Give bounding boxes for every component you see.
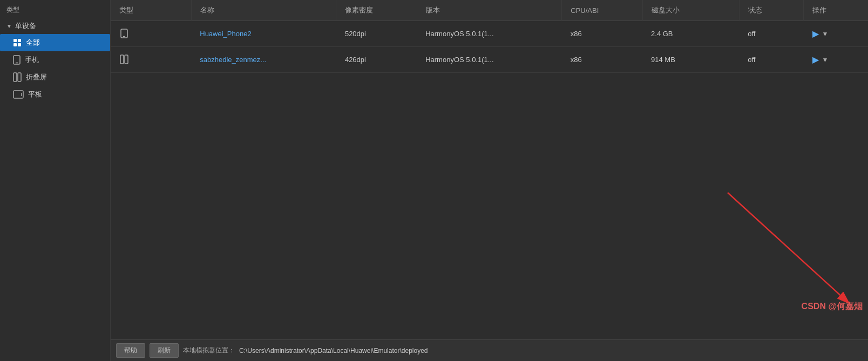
row2-play-button[interactable]: ▶ [812,55,819,65]
svg-rect-0 [13,39,17,42]
sidebar-item-foldable[interactable]: 折叠屏 [0,69,110,86]
sidebar: 类型 ▼ 单设备 全部 [0,0,111,361]
svg-line-15 [728,193,849,303]
svg-rect-2 [13,43,17,46]
sidebar-group-single-device[interactable]: ▼ 单设备 [0,18,110,34]
row2-cpu-cell: x86 [562,47,642,73]
red-arrow-annotation [706,176,868,317]
row1-play-button[interactable]: ▶ [812,29,819,39]
row2-dpi-cell: 426dpi [336,47,417,73]
svg-rect-12 [120,55,124,64]
refresh-button[interactable]: 刷新 [150,343,179,358]
grid-icon [13,38,22,47]
row1-action-cell: ▶ ▼ [804,21,868,47]
row1-name-cell[interactable]: Huawei_Phone2 [191,21,336,47]
row1-cpu-cell: x86 [562,21,642,47]
svg-rect-13 [125,55,128,64]
row1-action-buttons: ▶ ▼ [812,29,859,39]
sidebar-item-foldable-label: 折叠屏 [26,72,47,82]
col-status: 状态 [739,0,803,21]
content-area: 类型 名称 像素密度 版本 CPU/ABI 磁盘大小 状态 操作 [111,0,868,361]
row2-version-cell: HarmonyOS 5.0.1(1... [417,47,562,73]
sidebar-item-all[interactable]: 全部 [0,34,110,51]
phone-icon [13,55,21,65]
content-wrapper: 类型 名称 像素密度 版本 CPU/ABI 磁盘大小 状态 操作 [111,0,868,339]
col-dpi: 像素密度 [336,0,417,21]
row1-type-cell [111,21,191,47]
row2-type-cell [111,47,191,73]
foldable-icon [13,72,22,82]
col-name: 名称 [191,0,336,21]
sidebar-section-title: 类型 [0,0,110,18]
row1-disk-cell: 2.4 GB [642,21,739,47]
bottom-bar: 帮助 刷新 本地模拟器位置： C:\Users\Administrator\Ap… [111,339,868,361]
row1-dpi-cell: 520dpi [336,21,417,47]
col-action: 操作 [804,0,868,21]
help-button[interactable]: 帮助 [116,343,145,358]
row2-name-cell[interactable]: sabzhedie_zenmez... [191,47,336,73]
group-label: 单设备 [15,21,36,31]
path-label: 本地模拟器位置： [183,346,235,355]
svg-rect-1 [18,39,21,42]
sidebar-item-all-label: 全部 [26,38,40,47]
row1-dropdown-button[interactable]: ▼ [822,30,829,38]
row2-action-cell: ▶ ▼ [804,47,868,73]
svg-rect-6 [13,73,17,81]
group-arrow-icon: ▼ [6,23,12,29]
watermark-highlight: @何嘉烟 [828,302,863,311]
row2-type-icon [119,53,129,65]
col-version: 版本 [417,0,562,21]
table-row: sabzhedie_zenmez... 426dpi HarmonyOS 5.0… [111,47,868,73]
table-row: Huawei_Phone2 520dpi HarmonyOS 5.0.1(1..… [111,21,868,47]
tablet-icon [13,90,24,99]
col-cpu: CPU/ABI [562,0,642,21]
svg-rect-3 [18,43,21,46]
row2-disk-cell: 914 MB [642,47,739,73]
sidebar-item-phone-label: 手机 [25,55,39,65]
row2-dropdown-button[interactable]: ▼ [822,56,829,64]
sidebar-item-phone[interactable]: 手机 [0,51,110,69]
path-value: C:\Users\Administrator\AppData\Local\Hua… [239,347,863,355]
row2-action-buttons: ▶ ▼ [812,55,859,65]
row1-type-icon [119,28,129,39]
row1-status-cell: off [739,21,803,47]
col-disk: 磁盘大小 [642,0,739,21]
table-header-row: 类型 名称 像素密度 版本 CPU/ABI 磁盘大小 状态 操作 [111,0,868,21]
watermark-prefix: CSDN [802,302,829,311]
sidebar-item-tablet-label: 平板 [28,90,42,99]
col-type: 类型 [111,0,191,21]
device-table: 类型 名称 像素密度 版本 CPU/ABI 磁盘大小 状态 操作 [111,0,868,73]
sidebar-item-tablet[interactable]: 平板 [0,86,110,103]
svg-rect-7 [18,73,21,81]
row2-status-cell: off [739,47,803,73]
watermark: CSDN @何嘉烟 [802,301,863,312]
row1-version-cell: HarmonyOS 5.0.1(1... [417,21,562,47]
